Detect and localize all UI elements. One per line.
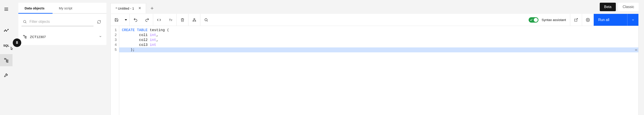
text-size-icon[interactable]	[165, 14, 176, 26]
run-all-button[interactable]: Run all	[594, 14, 638, 26]
svg-rect-21	[193, 20, 194, 22]
tools-icon[interactable]	[0, 69, 12, 81]
add-tab-button[interactable]	[146, 3, 158, 14]
editor-code[interactable]: CREATE TABLE testing ( col1 int, col2 in…	[119, 26, 638, 115]
filter-input-wrap[interactable]	[22, 18, 94, 26]
save-dropdown-icon[interactable]	[122, 14, 130, 26]
svg-rect-13	[26, 36, 26, 37]
svg-line-25	[576, 18, 578, 20]
settings-icon[interactable]	[582, 14, 594, 26]
svg-point-26	[588, 19, 588, 20]
tab-my-script[interactable]: My script	[52, 3, 80, 14]
step-badge: 8	[13, 38, 21, 47]
run-all-dropdown-icon[interactable]	[627, 14, 638, 26]
toggle-on-icon[interactable]	[528, 17, 538, 22]
left-rail: SQL	[0, 0, 12, 115]
svg-rect-7	[4, 58, 6, 60]
collapse-handle-icon[interactable]: ▭	[635, 48, 637, 52]
refresh-icon[interactable]	[95, 18, 103, 26]
svg-point-5	[6, 31, 7, 31]
svg-rect-20	[194, 18, 195, 19]
delete-icon[interactable]	[177, 14, 188, 26]
editor-tab-untitled[interactable]: * Untitled - 1	[110, 3, 146, 14]
schema-icon	[23, 35, 27, 39]
tree-root-item[interactable]: ZCT12307	[22, 33, 102, 40]
analytics-icon[interactable]	[0, 24, 12, 37]
redo-icon[interactable]	[141, 14, 153, 26]
find-icon[interactable]	[200, 14, 212, 26]
syntax-assistant-toggle[interactable]: Syntax assistant	[524, 14, 570, 26]
close-icon[interactable]	[138, 6, 141, 10]
svg-rect-12	[23, 35, 24, 36]
svg-point-3	[4, 31, 5, 31]
side-panel: Data objects My script ZCT12307	[18, 3, 106, 45]
svg-point-10	[24, 20, 26, 23]
tree-root-label: ZCT12307	[30, 35, 46, 39]
code-editor[interactable]: 1 2 3 4 5 CREATE TABLE testing ( col1 in…	[110, 26, 639, 115]
svg-point-6	[8, 29, 8, 30]
classic-chip[interactable]: Classic	[618, 3, 639, 11]
editor-gutter: 1 2 3 4 5	[111, 26, 119, 115]
syntax-assistant-label: Syntax assistant	[542, 18, 566, 22]
svg-line-11	[26, 22, 26, 23]
svg-rect-9	[7, 62, 8, 63]
svg-point-23	[205, 18, 207, 21]
svg-point-4	[5, 30, 6, 30]
save-icon[interactable]	[111, 14, 122, 26]
svg-marker-19	[125, 19, 127, 20]
data-tree-icon[interactable]	[0, 54, 12, 66]
svg-rect-8	[7, 60, 8, 61]
editor-toolbar: Syntax assistant Run all	[110, 14, 639, 26]
chevron-down-icon	[99, 35, 102, 39]
svg-rect-22	[195, 20, 196, 22]
tab-data-objects[interactable]: Data objects	[18, 3, 52, 14]
search-icon	[23, 20, 27, 24]
menu-icon[interactable]	[0, 3, 12, 15]
filter-objects-input[interactable]	[30, 20, 92, 24]
svg-rect-14	[26, 38, 26, 38]
format-icon[interactable]	[188, 14, 200, 26]
editor-tab-label: * Untitled - 1	[116, 6, 134, 10]
svg-line-24	[207, 20, 208, 21]
cursor-pointer-icon	[10, 46, 14, 52]
beta-chip[interactable]: Beta	[600, 3, 616, 11]
code-icon[interactable]	[153, 14, 165, 26]
undo-icon[interactable]	[130, 14, 141, 26]
open-external-icon[interactable]	[570, 14, 582, 26]
